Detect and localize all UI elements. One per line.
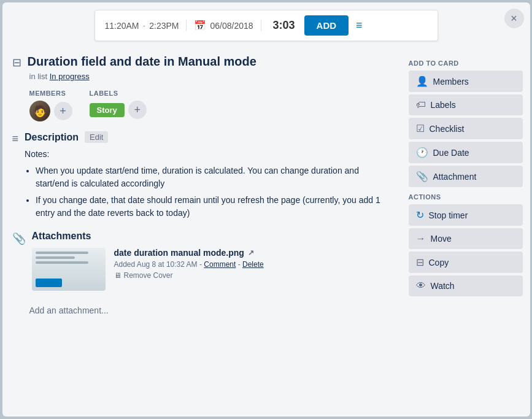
move-icon: → xyxy=(416,233,426,244)
add-member-button[interactable]: + xyxy=(54,102,72,120)
attachment-item: date duration manual mode.png ↗ Added Au… xyxy=(32,248,391,291)
attachment-thumbnail xyxy=(32,248,106,291)
add-attachment-link[interactable]: Add an attachment... xyxy=(29,306,109,315)
attachments-header: Attachments xyxy=(32,231,391,242)
end-time: 2:23PM xyxy=(149,21,179,31)
story-label-badge[interactable]: Story xyxy=(90,103,125,117)
time-separator: - xyxy=(143,21,146,31)
description-section: ≡ Description Edit Notes: When you updat… xyxy=(12,131,391,223)
label-icon: 🏷 xyxy=(416,99,426,110)
attachment-delete-link[interactable]: Delete xyxy=(242,260,264,269)
member-icon: 👤 xyxy=(416,75,428,87)
labels-group: LABELS Story + xyxy=(90,90,147,121)
attachment-filename: date duration manual mode.png xyxy=(114,248,244,258)
card-title-row: ⊟ Duration field and date in Manual mode xyxy=(12,53,391,69)
actions-title: ACTIONS xyxy=(409,193,523,201)
modal-overlay: × 11:20AM - 2:23PM 📅 06/08/2018 3:03 ADD… xyxy=(2,2,530,417)
timer-date-group: 📅 06/08/2018 xyxy=(186,20,261,31)
description-icon: ≡ xyxy=(12,133,19,145)
calendar-icon: 📅 xyxy=(194,20,206,31)
attachments-heading: Attachments xyxy=(32,231,91,242)
attachment-meta: Added Aug 8 at 10:32 AM - Comment - Dele… xyxy=(114,260,391,269)
meta-section: MEMBERS 🧑 + LABELS Story + xyxy=(29,90,391,121)
labels-items: Story + xyxy=(90,101,147,119)
description-header: Description Edit xyxy=(25,131,391,143)
add-timer-button[interactable]: ADD xyxy=(304,15,349,36)
members-group: MEMBERS 🧑 + xyxy=(29,90,72,121)
description-item-2: If you change date, that date should rem… xyxy=(36,194,391,220)
members-items: 🧑 + xyxy=(29,101,72,121)
card-type-icon: ⊟ xyxy=(12,56,21,69)
external-link-icon: ↗ xyxy=(248,248,254,257)
card-title: Duration field and date in Manual mode xyxy=(28,53,256,69)
add-to-card-title: ADD TO CARD xyxy=(409,60,523,67)
description-heading: Description xyxy=(25,132,79,143)
avatar: 🧑 xyxy=(29,101,50,121)
description-edit-link[interactable]: Edit xyxy=(85,131,108,143)
timer-duration: 3:03 xyxy=(269,19,299,32)
labels-label: LABELS xyxy=(90,90,147,97)
attachment-added: Added Aug 8 at 10:32 AM xyxy=(114,260,198,269)
monitor-icon: 🖥 xyxy=(114,271,121,280)
move-button[interactable]: → Move xyxy=(409,228,523,249)
modal-body: ⊟ Duration field and date in Manual mode… xyxy=(2,48,530,417)
sidebar-labels-button[interactable]: 🏷 Labels xyxy=(409,94,523,115)
description-content: Description Edit Notes: When you update … xyxy=(25,131,391,223)
stop-timer-button[interactable]: ↻ Stop timer xyxy=(409,204,523,226)
stop-timer-icon: ↻ xyxy=(416,209,424,221)
timer-date: 06/08/2018 xyxy=(210,21,253,31)
timer-bar: 11:20AM - 2:23PM 📅 06/08/2018 3:03 ADD ≡ xyxy=(94,10,438,41)
add-label-button[interactable]: + xyxy=(128,101,147,119)
attachment-name-row: date duration manual mode.png ↗ xyxy=(114,248,391,258)
sidebar-members-button[interactable]: 👤 Members xyxy=(409,71,523,92)
attachments-section: 📎 Attachments xyxy=(12,231,391,291)
sidebar-due-date-button[interactable]: 🕐 Due Date xyxy=(409,142,523,163)
sidebar: ADD TO CARD 👤 Members 🏷 Labels ☑ Checkli… xyxy=(401,48,530,417)
attachment-btn-icon: 📎 xyxy=(416,171,428,182)
start-time: 11:20AM xyxy=(105,21,139,31)
attachment-info: date duration manual mode.png ↗ Added Au… xyxy=(114,248,391,280)
list-link[interactable]: In progress xyxy=(50,72,90,81)
main-content: ⊟ Duration field and date in Manual mode… xyxy=(2,48,401,417)
copy-button[interactable]: ⊟ Copy xyxy=(409,252,523,273)
in-list: in list In progress xyxy=(29,72,391,81)
description-item-1: When you update start/end time, duration… xyxy=(36,164,391,190)
members-label: MEMBERS xyxy=(29,90,72,97)
description-notes: Notes: xyxy=(25,148,391,161)
sidebar-attachment-button[interactable]: 📎 Attachment xyxy=(409,166,523,187)
close-button[interactable]: × xyxy=(504,9,524,28)
attachment-comment-link[interactable]: Comment xyxy=(204,260,236,269)
watch-button[interactable]: 👁 Watch xyxy=(409,275,523,296)
timer-list-icon: ≡ xyxy=(356,19,363,32)
sidebar-checklist-button[interactable]: ☑ Checklist xyxy=(409,118,523,139)
remove-cover-link[interactable]: 🖥 Remove Cover xyxy=(114,271,391,280)
watch-icon: 👁 xyxy=(416,280,426,291)
checklist-icon: ☑ xyxy=(416,123,425,134)
due-date-icon: 🕐 xyxy=(416,147,428,158)
attachments-icon: 📎 xyxy=(12,232,26,245)
description-body: Notes: When you update start/end time, d… xyxy=(25,148,391,220)
description-list: When you update start/end time, duration… xyxy=(36,164,391,220)
attachments-content: Attachments xyxy=(32,231,391,291)
copy-icon: ⊟ xyxy=(416,256,424,268)
time-range: 11:20AM - 2:23PM xyxy=(105,21,179,31)
